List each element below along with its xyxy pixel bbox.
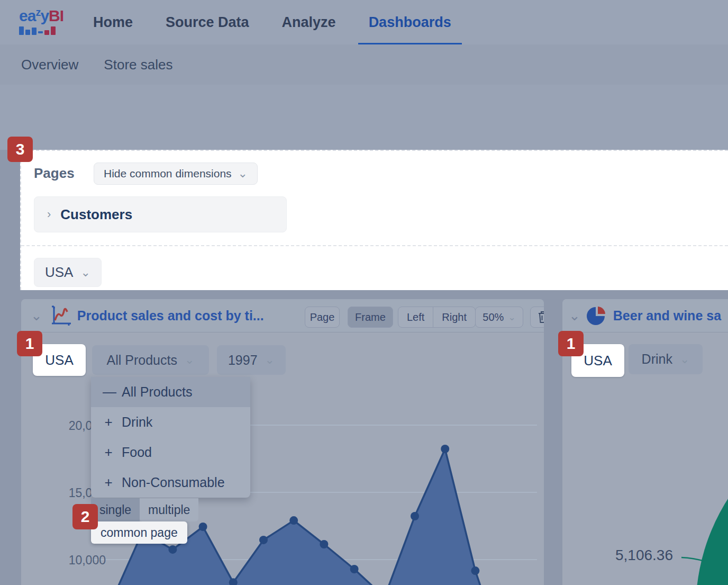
dropdown-item-all-products[interactable]: — All Products: [91, 377, 250, 407]
zoom-level-dropdown[interactable]: 50% ⌄: [475, 307, 523, 328]
step-badge-2: 2: [72, 504, 98, 529]
eazybi-logo-text: eazyBI: [19, 6, 77, 25]
caret-down-icon: ⌄: [508, 313, 515, 322]
dropdown-item-non-consumable[interactable]: + Non-Consumable: [91, 467, 250, 498]
eazybi-logo-bars: [19, 25, 77, 35]
step-badge-1-left: 1: [17, 331, 42, 356]
report-title[interactable]: Beer and wine sa: [613, 308, 721, 323]
mode-tab-multiple[interactable]: multiple: [140, 498, 198, 521]
report-title[interactable]: Product sales and cost by ti...: [77, 308, 264, 323]
dashboard-tabs-bar: Overview Store sales: [0, 44, 728, 85]
selection-mode-tabs: single multiple: [91, 498, 198, 521]
dropdown-item-drink[interactable]: + Drink: [91, 407, 250, 437]
pie-slice-value-label: 5,106.36: [615, 547, 673, 564]
year-filter-label: 1997: [228, 353, 258, 368]
drink-filter-label: Drink: [642, 352, 672, 367]
collapse-report-chevron-icon[interactable]: ⌄: [569, 309, 580, 322]
caret-down-icon: ⌄: [265, 354, 275, 366]
nav-item-dashboards[interactable]: Dashboards: [363, 0, 457, 44]
align-group: Left Right: [398, 307, 476, 328]
scale-page-button[interactable]: Page: [305, 307, 340, 328]
product-dropdown-menu: — All Products + Drink + Food + Non-Cons…: [91, 377, 250, 498]
report-header: ⌄ Product sales and cost by ti... Page F…: [21, 299, 544, 332]
align-left-button[interactable]: Left: [398, 307, 433, 327]
dashboard-tab-store-sales[interactable]: Store sales: [104, 57, 172, 73]
pages-dimension-customers[interactable]: › Customers: [34, 196, 287, 232]
eazybi-logo[interactable]: eazyBI: [19, 6, 77, 38]
pages-title: Pages: [34, 165, 75, 182]
nav-item-home[interactable]: Home: [88, 0, 138, 44]
step-badge-1-right: 1: [558, 331, 584, 356]
report-panel-beer-wine: 5,106.36 ⌄ Beer and wine sa Drink ⌄: [562, 299, 728, 585]
nav-item-analyze[interactable]: Analyze: [277, 0, 341, 44]
chevron-right-icon: ›: [47, 209, 51, 220]
report-header: ⌄ Beer and wine sa: [562, 299, 728, 332]
expand-prefix: +: [103, 474, 114, 491]
year-filter-dropdown[interactable]: 1997 ⌄: [217, 345, 286, 375]
caret-down-icon: ⌄: [238, 168, 248, 179]
step-badge-3: 3: [7, 137, 33, 162]
hide-common-dimensions-label: Hide common dimensions: [104, 167, 232, 180]
zoom-level-label: 50%: [483, 311, 504, 323]
pie-chart-icon: [587, 305, 607, 326]
drink-filter-dropdown[interactable]: Drink ⌄: [629, 344, 703, 374]
y-tick-10000: 10,000: [59, 553, 106, 568]
common-page-usa-label: USA: [45, 264, 73, 281]
line-chart-icon: [50, 304, 71, 327]
caret-down-icon: ⌄: [80, 267, 90, 278]
mode-tab-single[interactable]: single: [91, 498, 140, 521]
customers-label: Customers: [60, 206, 132, 223]
dropdown-item-food[interactable]: + Food: [91, 437, 250, 467]
pie-chart: [562, 299, 728, 585]
collapse-prefix: —: [103, 384, 114, 400]
delete-report-button[interactable]: [530, 307, 544, 328]
hide-common-dimensions-button[interactable]: Hide common dimensions ⌄: [94, 163, 258, 185]
scale-frame-button[interactable]: Frame: [348, 307, 393, 328]
caret-down-icon: ⌄: [680, 354, 689, 365]
align-right-button[interactable]: Right: [433, 307, 475, 327]
expand-prefix: +: [103, 414, 114, 430]
main-nav: Home Source Data Analyze Dashboards: [88, 0, 457, 44]
product-filter-dropdown[interactable]: All Products ⌄: [92, 345, 209, 375]
expand-prefix: +: [103, 444, 114, 461]
pages-panel: Pages Hide common dimensions ⌄ › Custome…: [20, 150, 728, 290]
top-navbar: eazyBI Home Source Data Analyze Dashboar…: [0, 0, 728, 44]
product-filter-label: All Products: [107, 353, 177, 368]
nav-item-source-data[interactable]: Source Data: [160, 0, 254, 44]
common-page-usa-dropdown[interactable]: USA ⌄: [34, 258, 102, 287]
common-page-tooltip: common page: [91, 521, 187, 544]
dashboard-tab-overview[interactable]: Overview: [21, 57, 78, 73]
collapse-report-chevron-icon[interactable]: ⌄: [31, 309, 42, 322]
pages-dimensions-zone: Pages Hide common dimensions ⌄ › Custome…: [21, 151, 728, 246]
trash-icon: [538, 311, 544, 323]
dashboard-toolbar: Add report ⌄ Expand all › Collapse all A…: [0, 85, 728, 150]
caret-down-icon: ⌄: [185, 354, 194, 366]
